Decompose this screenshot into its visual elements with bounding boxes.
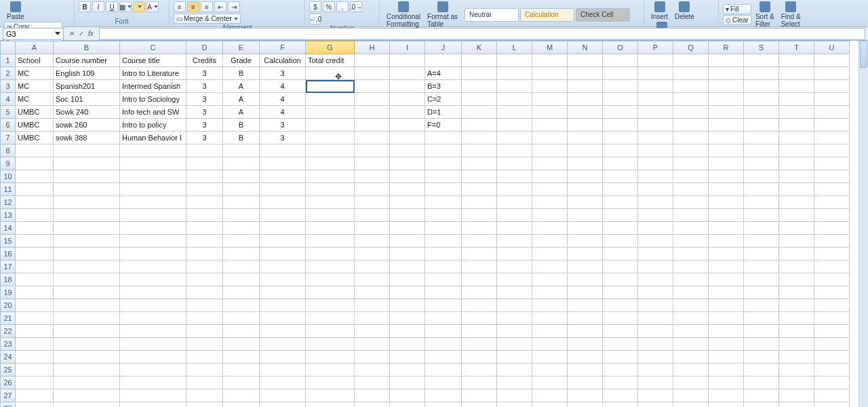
cell-D16[interactable] [186,248,223,260]
cell-H22[interactable] [355,325,390,338]
cell-J21[interactable] [425,312,462,325]
row-header-4[interactable]: 4 [1,93,16,106]
cell-Q11[interactable] [673,183,709,196]
cell-A28[interactable] [16,402,54,408]
cell-L13[interactable] [497,209,532,222]
cell-M15[interactable] [532,235,568,248]
cell-R13[interactable] [709,209,744,222]
cell-L12[interactable] [497,196,532,209]
column-header-T[interactable]: T [779,41,814,54]
cell-J18[interactable] [425,273,462,286]
cell-P4[interactable] [638,93,673,106]
cell-T4[interactable] [779,93,814,106]
paste-button[interactable]: Paste [4,1,27,20]
cell-J8[interactable] [425,144,462,157]
cell-P5[interactable] [638,106,673,119]
cell-B25[interactable] [54,364,120,376]
bold-button[interactable]: B [79,1,91,12]
cell-R25[interactable] [709,364,744,376]
row-header-27[interactable]: 27 [1,389,16,402]
cell-I28[interactable] [390,402,425,408]
row-header-11[interactable]: 11 [1,183,16,196]
cell-R19[interactable] [709,286,744,299]
column-header-M[interactable]: M [532,41,568,54]
column-header-I[interactable]: I [390,41,425,54]
cell-I6[interactable] [390,119,425,132]
cell-S2[interactable] [744,67,779,80]
cell-B19[interactable] [54,286,120,299]
cell-J9[interactable] [425,157,462,170]
cell-A22[interactable] [16,325,54,338]
cell-J20[interactable] [425,299,462,312]
cell-F14[interactable] [260,222,306,235]
cell-O21[interactable] [603,312,638,325]
cell-D26[interactable] [186,376,223,389]
cell-U19[interactable] [814,286,850,299]
cell-K7[interactable] [462,132,497,144]
cell-A18[interactable] [16,273,54,286]
cell-C8[interactable] [120,144,186,157]
cell-H5[interactable] [355,106,390,119]
cell-O24[interactable] [603,351,638,364]
cell-D27[interactable] [186,389,223,402]
cell-K15[interactable] [462,235,497,248]
cell-S26[interactable] [744,376,779,389]
cell-K27[interactable] [462,389,497,402]
cell-O28[interactable] [603,402,638,408]
cell-U18[interactable] [814,273,850,286]
style-neutral-button[interactable]: Neutral [465,8,519,22]
cell-S28[interactable] [744,402,779,408]
cell-N5[interactable] [568,106,603,119]
cell-T18[interactable] [779,273,814,286]
cell-T11[interactable] [779,183,814,196]
cell-Q17[interactable] [673,260,709,273]
cell-E13[interactable] [223,209,260,222]
name-box[interactable]: G3 [3,28,64,40]
cell-I21[interactable] [390,312,425,325]
cell-N21[interactable] [568,312,603,325]
fill-color-button[interactable] [133,1,145,12]
formula-input[interactable] [99,28,865,40]
cell-R22[interactable] [709,325,744,338]
cell-J7[interactable] [425,132,462,144]
cell-U6[interactable] [814,119,850,132]
cell-B26[interactable] [54,376,120,389]
cell-M17[interactable] [532,260,568,273]
cell-A11[interactable] [16,183,54,196]
cell-O3[interactable] [603,80,638,93]
cell-K16[interactable] [462,248,497,260]
cell-A13[interactable] [16,209,54,222]
cell-F6[interactable]: 3 [260,119,306,132]
cell-C19[interactable] [120,286,186,299]
column-header-P[interactable]: P [638,41,673,54]
cell-D2[interactable]: 3 [186,67,223,80]
cell-T3[interactable] [779,80,814,93]
cell-P25[interactable] [638,364,673,376]
cell-U8[interactable] [814,144,850,157]
cell-K12[interactable] [462,196,497,209]
cell-A16[interactable] [16,248,54,260]
cell-A5[interactable]: UMBC [16,106,54,119]
cell-H4[interactable] [355,93,390,106]
cell-N18[interactable] [568,273,603,286]
cell-H1[interactable] [355,54,390,67]
cell-R10[interactable] [709,170,744,183]
cell-S13[interactable] [744,209,779,222]
cell-O11[interactable] [603,183,638,196]
cell-R4[interactable] [709,93,744,106]
cell-K20[interactable] [462,299,497,312]
cell-K14[interactable] [462,222,497,235]
row-header-18[interactable]: 18 [1,273,16,286]
row-header-24[interactable]: 24 [1,351,16,364]
sort-filter-button[interactable]: Sort & Filter [753,1,777,28]
cell-E15[interactable] [223,235,260,248]
cell-F4[interactable]: 4 [260,93,306,106]
cell-D11[interactable] [186,183,223,196]
cell-F22[interactable] [260,325,306,338]
column-header-E[interactable]: E [223,41,260,54]
increase-indent-button[interactable]: ⇥ [228,1,240,12]
cell-H20[interactable] [355,299,390,312]
cell-S9[interactable] [744,157,779,170]
cell-Q6[interactable] [673,119,709,132]
cell-A15[interactable] [16,235,54,248]
